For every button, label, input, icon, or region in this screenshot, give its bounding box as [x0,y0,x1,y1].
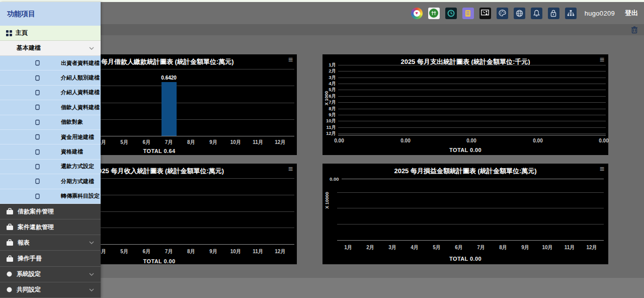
sidebar-subitem-label: 還款方式設定 [61,163,94,170]
x-tick-label: 4月 [404,244,426,251]
gridline [337,192,604,193]
x-tick-label: 2月 [359,244,381,251]
x-tick-label: 3月 [381,244,404,251]
chevron-down-icon [89,273,94,276]
zero-line [342,179,604,179]
sidebar-subitem[interactable]: 還款方式設定 [0,160,101,174]
x-tick-label: 7月 [470,244,492,251]
sidebar-subitem-label: 介紹人資料建檔 [61,89,100,96]
y-axis-unit-label: X 10000 [325,192,330,209]
palette-icon[interactable] [497,8,508,19]
chart-panel-monthly-profit: 2025 每月損益金額統計圖表 (統計金額單位:萬元)≡0.00X 100001… [323,164,608,264]
sidebar-item-借款案件管理[interactable]: 借款案件管理 [0,204,101,219]
x-tick-label: 0.00 [599,138,608,143]
trash-icon[interactable] [631,26,638,34]
sidebar-subitem-label: 分期方式建檔 [61,178,94,185]
sidebar-subitem[interactable]: 介紹人類別建檔 [0,70,101,85]
chart-total-label: TOTAL 0.00 [323,147,608,153]
square-outline-icon [35,134,40,140]
gridline [338,78,606,78]
sidebar-subitem[interactable]: 借款對象 [0,115,101,130]
sidebar-subitem[interactable]: 出資者資料建檔 [0,56,101,70]
logout-button[interactable]: 登出 [625,9,638,18]
sidebar-subitem[interactable]: 資格建檔 [0,144,101,159]
sidebar-item-label: 共同設定 [17,285,41,294]
sidebar-item-報表[interactable]: 報表 [0,235,101,251]
bell-icon[interactable] [531,8,542,19]
bar-series-value [162,82,177,136]
x-tick-label: 9月 [202,248,224,255]
y-tick-label: 2月 [323,68,336,74]
x-tick-label: 12月 [581,244,603,251]
sidebar-subitem[interactable]: 轉傳票科目設定 [0,189,101,204]
x-tick-label: 7月 [158,139,180,146]
sidebar-subitem-label: 借款對象 [61,118,83,126]
color-wheel-logo-icon[interactable]: ♥ [411,8,423,19]
chevron-down-icon [89,47,94,50]
sidebar-item-共同設定[interactable]: 共同設定 [0,282,101,298]
chart-menu-icon[interactable]: ≡ [288,56,293,64]
lock-icon[interactable] [548,8,559,19]
y-axis-unit-label: X 1000 [324,91,329,106]
sidebar: 功能項目 主頁 基本建檔 出資者資料建檔介紹人類別建檔介紹人資料建檔借款人資料建… [0,2,101,298]
x-tick-label: 5月 [113,139,135,146]
navbar-icon-group: ♥ [406,8,577,19]
grid-icon [6,30,12,36]
chart-menu-icon[interactable]: ≡ [288,165,293,173]
sidebar-subitem-label: 借款人資料建檔 [61,104,100,111]
sidebar-subitem[interactable]: 介紹人資料建檔 [0,86,101,100]
x-tick-label: 8月 [492,244,514,251]
square-outline-icon [35,164,40,170]
y-tick-label: 0.00 [330,176,339,182]
x-tick-label: 11月 [247,139,269,146]
gridline [338,84,606,84]
square-outline-icon [35,60,40,66]
globe-icon[interactable] [514,8,525,19]
sidebar-item-home[interactable]: 主頁 [0,26,101,41]
square-outline-icon [35,104,40,110]
square-outline-icon [35,149,40,155]
sidebar-item-label: 操作手冊 [18,254,42,263]
sidebar-subitem-label: 資格建檔 [61,148,83,156]
username-label: hugo0209 [585,10,615,17]
chart-title: 2025 每月損益金額統計圖表 (統計金額單位:萬元) [323,167,608,176]
circle-icon [6,286,13,293]
x-tick-label: 9月 [514,244,536,251]
sidebar-item-案件還款管理[interactable]: 案件還款管理 [0,219,101,235]
sidebar-subitem[interactable]: 資金用途建檔 [0,130,101,144]
sidebar-item-操作手冊[interactable]: 操作手冊 [0,251,101,266]
sidebar-item-label: 主頁 [16,29,28,37]
x-tick-label: 6月 [135,139,157,146]
sidebar-title: 功能項目 [0,2,101,26]
bank-logo-icon[interactable] [428,8,440,19]
x-tick-label: 10月 [536,244,558,251]
chart-total-label: TOTAL 0.00 [323,256,608,262]
circle-icon [6,271,13,277]
gridline [338,127,606,128]
x-tick-label: 12月 [269,139,291,146]
chart-menu-icon[interactable]: ≡ [600,165,604,173]
gridline [338,96,606,97]
scroll-icon[interactable] [462,8,474,19]
y-tick-label: 3月 [323,74,336,81]
x-tick-label: 0.00 [400,138,410,143]
y-tick-label: 4月 [323,81,336,87]
sidebar-main-menu: 借款案件管理案件還款管理報表操作手冊系統設定共同設定 [0,204,101,298]
sitemap-icon[interactable] [565,8,577,19]
briefcase-icon [6,208,14,215]
sidebar-item-label: 案件還款管理 [18,223,54,232]
x-tick-label: 6月 [448,244,470,251]
sidebar-item-系統設定[interactable]: 系統設定 [0,267,101,282]
square-outline-icon [35,193,40,199]
sidebar-subitem[interactable]: 分期方式建檔 [0,174,101,189]
sidebar-group-basic[interactable]: 基本建檔 [0,41,101,56]
gridline [338,71,606,71]
chart-menu-icon[interactable]: ≡ [600,56,604,64]
presentation-board-icon[interactable] [479,8,491,19]
gridline [337,224,604,225]
sidebar-subitem[interactable]: 借款人資料建檔 [0,100,101,115]
sidebar-subitem-label: 資金用途建檔 [61,133,94,141]
sidebar-title-label: 功能項目 [7,10,35,19]
clock-icon[interactable] [445,8,457,19]
chart-panel-monthly-expense: 2025 每月支出統計圖表 (統計金額單位:千元)≡1月2月3月4月5月6月7月… [323,54,608,155]
